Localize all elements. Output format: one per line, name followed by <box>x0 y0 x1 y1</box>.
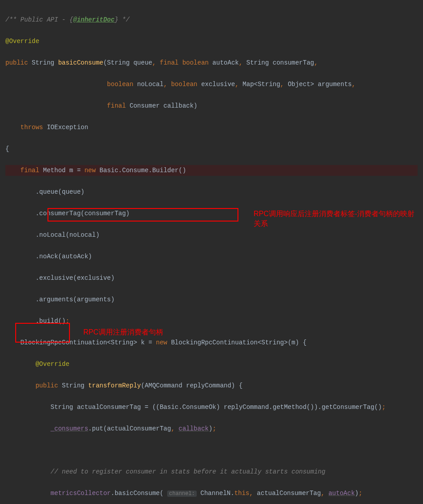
this-kw: this <box>234 490 250 497</box>
statement: String actualConsumerTag = ((Basic.Consu… <box>5 404 382 411</box>
code-line-empty <box>5 445 418 456</box>
code-line: public String basicConsume(String queue,… <box>5 57 418 68</box>
semicolon: ; <box>382 404 385 411</box>
code-line: throws IOException <box>5 122 418 133</box>
var-decl: Method m = <box>39 167 85 174</box>
code-line: @Override <box>5 36 418 47</box>
return-type: String <box>58 382 88 389</box>
boolean-kw: boolean <box>171 81 198 88</box>
throws-kw: throws <box>21 124 43 131</box>
public-keyword: public <box>5 59 28 66</box>
method-name: basicConsume <box>58 59 104 66</box>
builder-call: .build() <box>5 317 65 325</box>
param: Object> arguments <box>288 81 352 88</box>
code-line: BlockingRpcContinuation<String> k = new … <box>5 337 418 348</box>
comma: , <box>235 81 243 88</box>
builder-call: .queue(queue) <box>5 188 84 196</box>
arg: actualConsumerTag <box>257 490 321 497</box>
constructor: Basic.Consume.Builder() <box>96 167 186 174</box>
code-line: .build(); <box>5 316 418 326</box>
code-line: .queue(queue) <box>5 187 418 197</box>
code-line-highlighted: final Method m = new Basic.Consume.Build… <box>5 165 418 176</box>
builder-call: .noLocal(noLocal) <box>5 231 99 239</box>
param: String consumerTag <box>246 59 314 66</box>
comma: , <box>352 81 355 88</box>
callback-var: callback <box>179 425 209 432</box>
param-hint: channel: <box>167 491 197 497</box>
param: Map<String <box>242 81 280 88</box>
param: autoAck <box>209 59 239 66</box>
return-type: String <box>28 59 58 66</box>
param: Consumer callback) <box>126 102 198 109</box>
line-comment: // need to register consumer in stats be… <box>51 468 325 475</box>
inheritdoc-tag: @inheritDoc <box>73 16 114 23</box>
new-kw: new <box>84 167 95 174</box>
comma: , <box>152 59 160 66</box>
comma: , <box>171 425 179 432</box>
comma: , <box>250 490 257 497</box>
code-line: .arguments(arguments) <box>5 294 418 305</box>
builder-call: .noAck(autoAck) <box>5 253 92 260</box>
var-decl: BlockingRpcContinuation<String> k = <box>5 339 156 346</box>
code-line: String actualConsumerTag = ((Basic.Consu… <box>5 402 418 413</box>
code-line: boolean noLocal, boolean exclusive, Map<… <box>5 79 418 90</box>
boolean-kw: boolean <box>107 81 134 88</box>
paren: ) <box>355 490 358 497</box>
code-line: metricsCollector.basicConsume( channel: … <box>5 488 418 499</box>
final-kw: final <box>21 167 39 174</box>
consumers-field: _consumers <box>51 425 88 432</box>
javadoc-comment-end: } */ <box>115 16 130 23</box>
final-boolean-kw: final boolean <box>160 59 209 66</box>
comma: , <box>164 81 171 88</box>
put-call: .put(actualConsumerTag <box>88 425 171 432</box>
new-kw: new <box>156 339 167 346</box>
public-kw: public <box>35 382 58 389</box>
code-line: // need to register consumer in stats be… <box>5 466 418 477</box>
code-line: public String transformReply(AMQCommand … <box>5 380 418 391</box>
code-editor[interactable]: /** Public API - {@inheritDoc} */ @Overr… <box>0 0 423 504</box>
code-line: @Override <box>5 359 418 369</box>
semicolon: ; <box>358 490 362 497</box>
code-line: _consumers.put(actualConsumerTag, callba… <box>5 423 418 434</box>
metrics-field: metricsCollector <box>51 490 111 497</box>
paren: ) <box>209 425 212 432</box>
code-line: .consumerTag(consumerTag) <box>5 208 418 219</box>
code-line: .noAck(autoAck) <box>5 251 418 262</box>
final-kw: final <box>107 102 126 109</box>
comma: , <box>321 490 328 497</box>
brace: { <box>5 145 9 152</box>
exception-type: IOException <box>43 124 88 131</box>
override-annotation: @Override <box>35 361 69 368</box>
comma: , <box>314 59 318 66</box>
class-ref: ChannelN. <box>197 490 234 497</box>
override-annotation: @Override <box>5 38 39 45</box>
param-list: (AMQCommand replyCommand) { <box>141 382 242 389</box>
comma: , <box>239 59 246 66</box>
javadoc-comment: /** Public API - { <box>5 16 73 23</box>
param: noLocal <box>134 81 164 88</box>
code-line: { <box>5 143 418 154</box>
semicolon: ; <box>65 317 69 325</box>
constructor: BlockingRpcContinuation<String>(m) { <box>167 339 306 346</box>
builder-call: .consumerTag(consumerTag) <box>5 210 129 217</box>
method-call: .basicConsume( <box>111 490 167 497</box>
code-line: .exclusive(exclusive) <box>5 273 418 283</box>
param: exclusive <box>198 81 235 88</box>
code-line: /** Public API - {@inheritDoc} */ <box>5 14 418 25</box>
code-line: .noLocal(noLocal) <box>5 230 418 240</box>
param: (String queue <box>103 59 152 66</box>
code-line: final Consumer callback) <box>5 100 418 111</box>
builder-call: .exclusive(exclusive) <box>5 274 115 282</box>
semicolon: ; <box>212 425 216 432</box>
builder-call: .arguments(arguments) <box>5 296 115 303</box>
comma: , <box>280 81 288 88</box>
method-name: transformReply <box>88 382 141 389</box>
autoack-var: autoAck <box>328 490 355 497</box>
